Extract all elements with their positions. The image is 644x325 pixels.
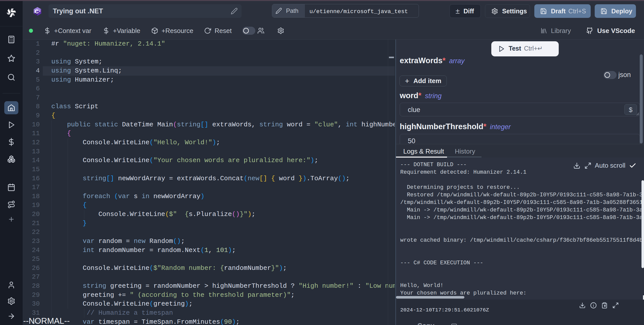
svg-text:C: C — [35, 8, 39, 15]
svg-text:#: # — [39, 10, 41, 13]
